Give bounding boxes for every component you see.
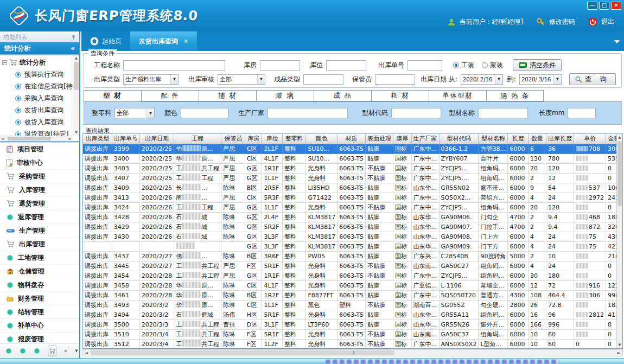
table-cell[interactable]: 湖南百... [411, 300, 439, 310]
table-cell[interactable]: 窗不带... [479, 183, 508, 193]
table-cell[interactable]: 2020/2/25 [139, 144, 174, 154]
table-cell[interactable]: 组角码... [479, 173, 508, 183]
table-cell[interactable]: 不贴膜 [365, 202, 393, 212]
sidebar-section-header[interactable]: 统计分析 « [0, 42, 79, 54]
table-cell[interactable]: 4L1F [262, 280, 283, 290]
tree-item[interactable]: 发货出库查询 [10, 104, 73, 116]
table-cell[interactable]: 陈琳 [221, 212, 245, 222]
table-cell[interactable]: 国标 [393, 173, 411, 183]
table-cell[interactable]: F区 [245, 329, 262, 339]
table-cell[interactable]: 广东中... [411, 202, 439, 212]
table-cell[interactable]: 3400 [112, 154, 139, 163]
radio-jiazhuang-label[interactable]: 家装 [490, 61, 503, 70]
table-cell[interactable]: B区 [245, 290, 262, 300]
table-cell[interactable]: 调拨出库 [83, 271, 112, 280]
date-to-picker[interactable]: 2020/ 3/16 ▼ [519, 74, 562, 85]
table-cell[interactable]: 6000 [508, 261, 529, 271]
table-cell[interactable]: 9 [529, 183, 546, 193]
table-cell[interactable]: 整料 [283, 320, 306, 329]
table-cell[interactable]: G71422 [306, 193, 338, 202]
table-cell[interactable]: 调拨出库 [83, 290, 112, 300]
profile-code-input[interactable] [391, 108, 441, 118]
date-from-picker[interactable]: 2020/ 2/16 ▼ [461, 74, 503, 85]
table-cell[interactable]: G区 [245, 202, 262, 212]
table-row[interactable]: 调拨出库34242020/2/26工工程严思G区1L1F整料光身料6063-T5… [83, 202, 622, 212]
tree-item[interactable]: 采购入库查询 [10, 92, 73, 104]
table-cell[interactable]: 3399 [112, 144, 139, 154]
table-cell[interactable]: 5R1F [262, 310, 283, 320]
material-tab[interactable]: 单体型材 [429, 90, 486, 101]
table-cell[interactable]: 4300 [508, 290, 529, 300]
table-cell[interactable]: 3429 [112, 222, 139, 232]
table-cell[interactable]: 严思 [221, 154, 245, 163]
table-cell[interactable]: 贴膜 [365, 290, 393, 300]
table-cell[interactable]: 130 [529, 154, 546, 163]
table-cell[interactable]: 长... [174, 183, 221, 193]
table-cell[interactable]: 山东华... [411, 183, 439, 193]
table-cell[interactable]: 5R2F [262, 222, 283, 232]
table-cell[interactable]: LT3P60 [306, 320, 338, 329]
table-cell[interactable]: 工共工程 [174, 339, 221, 349]
table-cell[interactable]: 4 [529, 193, 546, 202]
column-header[interactable]: 材质 [338, 134, 366, 144]
table-cell[interactable]: 10 [529, 329, 546, 339]
location-input[interactable] [326, 60, 366, 71]
table-cell[interactable] [574, 251, 606, 261]
table-cell[interactable]: 光身料 [306, 271, 338, 280]
scroll-right-icon[interactable]: ► [617, 350, 621, 355]
table-cell[interactable]: 12 [546, 173, 574, 183]
table-cell[interactable]: 门勾企 [479, 212, 508, 222]
table-cell[interactable]: 306 [574, 290, 606, 300]
table-cell[interactable]: 6063-T5 [338, 232, 366, 241]
table-cell[interactable]: SG055Z [439, 300, 479, 310]
table-cell[interactable]: 不贴膜 [365, 261, 393, 271]
sidebar-item-结转管理[interactable]: 结转管理 [0, 305, 79, 319]
table-cell[interactable]: GA90M07. [439, 222, 479, 232]
table-cell[interactable] [574, 202, 606, 212]
table-cell[interactable]: 872 [574, 222, 606, 232]
table-cell[interactable]: 3424 [112, 202, 139, 212]
table-cell[interactable]: 调拨出库 [83, 261, 112, 271]
table-cell[interactable]: 广东中... [411, 173, 439, 183]
table-cell[interactable]: 石城 [174, 232, 221, 241]
table-cell[interactable]: 2 [529, 222, 546, 232]
table-cell[interactable]: 6000 [508, 339, 529, 349]
scroll-right-icon[interactable]: ► [69, 136, 72, 142]
table-cell[interactable]: 工工程 [174, 173, 221, 183]
table-cell[interactable]: 2020/2/28 [139, 271, 174, 280]
profile-name-input[interactable] [478, 108, 528, 118]
column-header[interactable]: 生产厂家 [411, 134, 439, 144]
table-cell[interactable]: F8877FT [306, 290, 338, 300]
table-cell[interactable]: GA50C37 [439, 329, 479, 339]
table-cell[interactable]: 2020/3/2 [139, 300, 174, 310]
table-cell[interactable]: 96 [546, 310, 574, 320]
table-cell[interactable]: 国标 [393, 222, 411, 232]
table-cell[interactable]: G区 [245, 163, 262, 173]
table-row[interactable]: G区3L3F整料KLM38176063-T5贴膜国标山东华...GA90M09.… [83, 241, 622, 251]
table-vertical-scrollbar[interactable]: ▲ ▼ [616, 134, 622, 348]
table-cell[interactable]: 山东南... [411, 261, 439, 271]
table-cell[interactable]: 整料 [283, 339, 306, 349]
table-cell[interactable]: 调拨出库 [83, 183, 112, 193]
table-cell[interactable]: 3458 [112, 280, 139, 290]
nav-dot-icon[interactable] [5, 348, 12, 354]
table-cell[interactable]: 1R1F [262, 163, 283, 173]
table-cell[interactable] [83, 241, 112, 251]
table-cell[interactable]: C28540B [439, 251, 479, 261]
table-cell[interactable]: 整料 [283, 154, 306, 163]
table-cell[interactable]: 调拨出库 [83, 310, 112, 320]
table-cell[interactable]: H区 [245, 310, 262, 320]
table-cell[interactable]: 整料 [283, 222, 306, 232]
table-cell[interactable]: 窗外开... [479, 320, 508, 329]
tree-item[interactable]: 在途信息查询[待 [10, 80, 73, 92]
table-cell[interactable]: 整料 [283, 290, 306, 300]
column-header[interactable]: 库房 [245, 134, 262, 144]
table-cell[interactable]: 4 [529, 232, 546, 241]
table-cell[interactable]: 整料 [283, 173, 306, 183]
table-cell[interactable]: 1L1F [262, 300, 283, 310]
table-cell[interactable]: 普铝方... [479, 193, 508, 202]
pin-icon[interactable] [71, 34, 76, 40]
table-cell[interactable]: 2 [529, 251, 546, 261]
table-cell[interactable]: KLM3817 [306, 232, 338, 241]
table-cell[interactable]: 3409 [112, 183, 139, 193]
